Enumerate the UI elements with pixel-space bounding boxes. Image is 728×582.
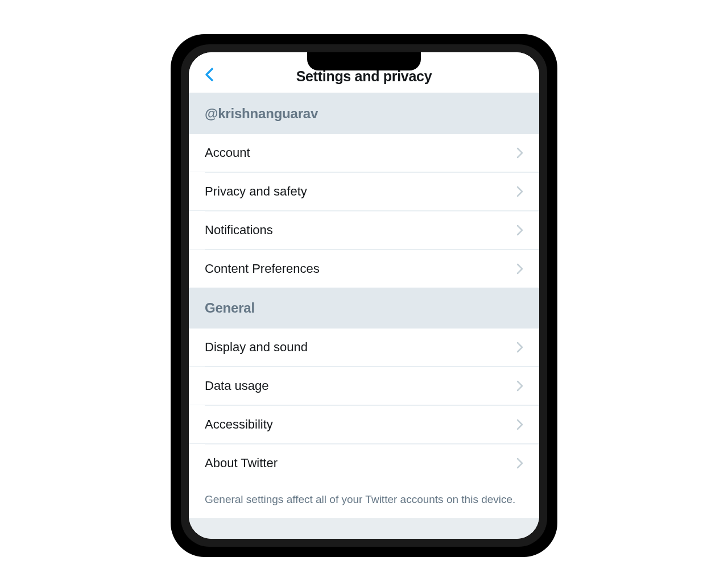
- chevron-right-icon: [516, 419, 523, 430]
- list-item-label: About Twitter: [205, 456, 278, 471]
- list-item-label: Accessibility: [205, 417, 273, 432]
- list-item-label: Account: [205, 146, 250, 160]
- list-item-account[interactable]: Account: [189, 134, 539, 172]
- phone-notch: [307, 52, 421, 70]
- section-header-general: General: [189, 288, 539, 329]
- section-items-general: Display and sound Data usage: [189, 329, 539, 482]
- chevron-left-icon: [204, 67, 214, 82]
- chevron-right-icon: [516, 186, 523, 197]
- list-item-content-preferences[interactable]: Content Preferences: [189, 250, 539, 288]
- chevron-right-icon: [516, 263, 523, 275]
- phone-inner: Settings and privacy @krishnanguarav Acc…: [181, 44, 547, 547]
- list-item-accessibility[interactable]: Accessibility: [189, 406, 539, 444]
- section-footer-text: General settings affect all of your Twit…: [189, 482, 539, 518]
- back-button[interactable]: [200, 65, 218, 84]
- section-items-account: Account Privacy and safety: [189, 134, 539, 288]
- chevron-right-icon: [516, 225, 523, 236]
- section-header-username: @krishnanguarav: [189, 93, 539, 134]
- list-item-about-twitter[interactable]: About Twitter: [189, 444, 539, 482]
- content-area: @krishnanguarav Account Privacy and safe…: [189, 93, 539, 539]
- list-item-display-sound[interactable]: Display and sound: [189, 329, 539, 367]
- list-item-label: Display and sound: [205, 340, 308, 355]
- phone-frame: Settings and privacy @krishnanguarav Acc…: [171, 34, 557, 557]
- chevron-right-icon: [516, 380, 523, 392]
- list-item-label: Content Preferences: [205, 261, 320, 276]
- list-item-privacy-safety[interactable]: Privacy and safety: [189, 173, 539, 211]
- chevron-right-icon: [516, 147, 523, 159]
- chevron-right-icon: [516, 458, 523, 469]
- list-item-notifications[interactable]: Notifications: [189, 211, 539, 250]
- list-item-data-usage[interactable]: Data usage: [189, 367, 539, 405]
- chevron-right-icon: [516, 342, 523, 353]
- screen: Settings and privacy @krishnanguarav Acc…: [189, 52, 539, 539]
- list-item-label: Data usage: [205, 379, 269, 393]
- page-title: Settings and privacy: [296, 68, 432, 85]
- list-item-label: Privacy and safety: [205, 184, 307, 199]
- list-item-label: Notifications: [205, 223, 273, 238]
